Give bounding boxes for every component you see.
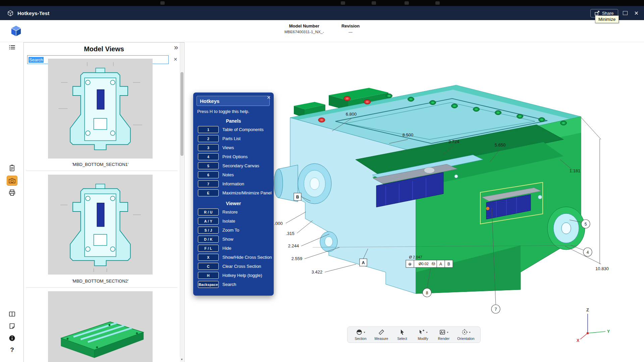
dimension-label: 3.422 [312, 269, 323, 275]
toolbar-button-select[interactable]: Select [392, 329, 412, 341]
close-icon[interactable]: ✕ [632, 10, 641, 16]
key-badge: C [198, 263, 219, 270]
viewer-toolbar: ▾ Section Measure Select [347, 326, 481, 343]
toolbar-button-modify[interactable]: ▾ Modify [413, 329, 433, 341]
modify-cursor-icon [418, 329, 425, 336]
balloon-callout: 5 [581, 220, 590, 228]
model-views-panel: Model Views » Search ✕ 'MBD_BOTTOM_SECTI… [23, 42, 184, 362]
gdt-datum-b: B [447, 262, 450, 266]
svg-text:B: B [296, 195, 299, 199]
thumbnail-label: 'MBD_BOTTOM_SECTION2' [24, 279, 177, 284]
key-badge: 1 [198, 126, 219, 133]
key-badge: 4 [198, 153, 219, 160]
hotkey-row: F / LHide [193, 245, 274, 252]
hotkeys-section-panels: Panels [193, 118, 274, 124]
dimension-label: 5.650 [495, 142, 506, 147]
search-clear-icon[interactable]: ✕ [173, 57, 177, 62]
divider [26, 287, 177, 288]
dimension-label: 8.500 [402, 132, 414, 137]
search-selected-text: Search [29, 57, 44, 63]
divider [26, 171, 177, 171]
axis-y-label: Y [607, 329, 610, 334]
key-badge: D / K [198, 236, 219, 243]
info-icon[interactable] [7, 333, 17, 343]
model-3d-view[interactable]: 6.800 8.500 3.724 5.650 1.181 .000 .315 … [228, 59, 624, 314]
render-icon [439, 329, 446, 336]
dropdown-caret-icon: ▾ [426, 331, 427, 334]
dropdown-caret-icon: ▾ [447, 331, 448, 334]
hotkey-row: 5Secondary Canvas [193, 162, 274, 169]
desktop-icon [435, 1, 440, 5]
hotkeys-section-viewer: Viewer [193, 201, 274, 206]
measure-icon [378, 329, 385, 336]
brand-logo-icon [9, 24, 23, 39]
toolbar-button-render[interactable]: ▾ Render [434, 329, 453, 341]
svg-text:5: 5 [585, 222, 587, 227]
hotkey-row: CClear Cross Section [193, 263, 274, 270]
maximize-button[interactable] [623, 11, 628, 15]
select-cursor-icon [399, 329, 406, 336]
share-icon [595, 11, 600, 15]
scrollbar-thumb[interactable] [180, 72, 183, 156]
key-badge: 6 [198, 171, 219, 178]
share-label: Share [602, 11, 614, 16]
secondary-canvas-icon[interactable] [7, 309, 17, 319]
viewport-3d-canvas[interactable]: 6.800 8.500 3.724 5.650 1.181 .000 .315 … [184, 42, 644, 362]
revision-label: Revision [341, 23, 360, 28]
desktop-icon [372, 1, 376, 5]
hotkey-row: EMaximize/Minimize Panel [193, 189, 274, 196]
hotkeys-close-icon[interactable]: ✕ [267, 95, 271, 100]
dropdown-caret-icon: ▾ [469, 331, 470, 334]
question-glyph: ? [10, 346, 14, 353]
dimension-label: 6.800 [346, 112, 357, 117]
app-cube-icon [7, 10, 13, 16]
dimension-label: .000 [274, 221, 282, 226]
svg-text:8: 8 [426, 291, 428, 295]
hotkeys-title: Hotkeys [197, 96, 270, 106]
model-number-value: MBE67400311-1_NX_- [284, 30, 324, 34]
parts-list-icon[interactable] [7, 163, 17, 173]
balloon-callout: 7 [491, 305, 500, 313]
model-view-thumbnail[interactable] [48, 59, 153, 159]
snapshot-camera-icon[interactable] [7, 176, 17, 186]
model-view-thumbnail[interactable] [48, 291, 153, 362]
hotkey-row: 3Views [193, 144, 274, 151]
help-question-icon[interactable]: ? [7, 345, 17, 355]
key-badge: A / Y [198, 218, 219, 225]
axes-triad-gizmo[interactable]: Z Y X [574, 307, 614, 347]
key-badge: S / J [198, 227, 219, 234]
hotkey-row: S / JZoom To [193, 227, 274, 234]
hotkey-row: HHotkey Help (toggle) [193, 272, 274, 279]
gdt-tolerance: Ø0.02 [419, 262, 429, 266]
balloon-callout: 8 [423, 288, 431, 297]
toolbar-button-section[interactable]: ▾ Section [351, 329, 370, 341]
desktop-strip [0, 0, 644, 6]
gdt-position-symbol: ⊕ [408, 262, 412, 266]
hotkey-row: 6Notes [193, 171, 274, 178]
thumbnail-label: 'MBD_BOTTOM_SECTION1' [24, 162, 177, 167]
hotkey-row: R / URestore [193, 208, 274, 216]
svg-text:A: A [362, 260, 365, 265]
toolbar-button-orientation[interactable]: ▾ Orientation [455, 329, 477, 341]
key-badge: X [198, 254, 219, 261]
scroll-down-icon[interactable]: ▾ [180, 357, 184, 362]
panel-title: Model Views [24, 45, 184, 53]
hotkey-row: A / YIsolate [193, 218, 274, 225]
print-icon[interactable] [7, 188, 17, 198]
model-number-label: Model Number [284, 23, 324, 28]
key-badge: R / U [198, 208, 219, 216]
hotkey-row: 7Information [193, 180, 274, 187]
model-view-thumbnail[interactable] [48, 175, 153, 275]
key-badge: H [198, 272, 219, 279]
key-badge: 3 [198, 144, 219, 151]
dimension-label: 1.181 [570, 168, 581, 173]
datum-flag: A [360, 259, 367, 266]
notes-icon[interactable] [7, 321, 17, 331]
toolbar-button-measure[interactable]: Measure [372, 329, 391, 341]
hotkeys-panel: ✕ Hotkeys Press H to toggle this help. P… [193, 93, 274, 296]
hotkey-row: BackspaceSearch [193, 281, 274, 288]
axis-z-label: Z [586, 307, 589, 312]
collapse-chevron-icon[interactable]: » [174, 43, 178, 52]
dropdown-caret-icon: ▾ [364, 331, 365, 334]
menu-list-icon[interactable] [7, 42, 17, 52]
